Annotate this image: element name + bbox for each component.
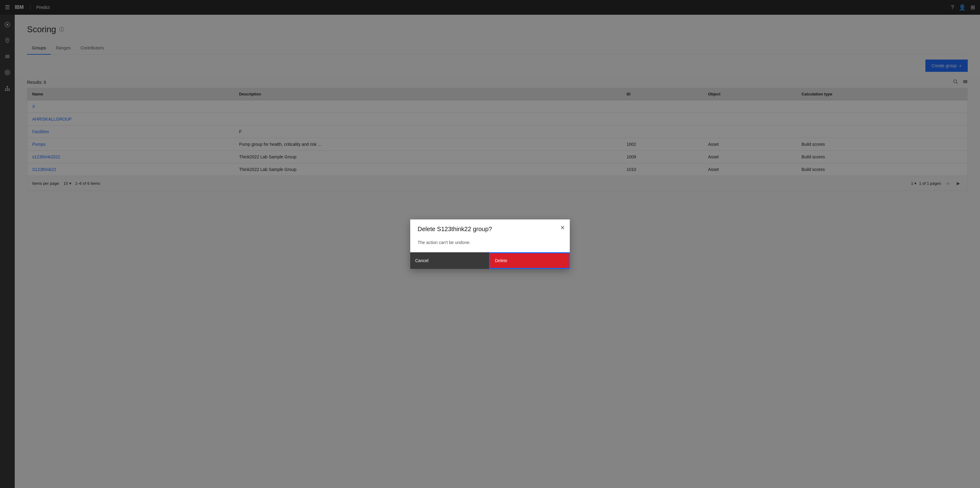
modal-delete-button[interactable]: Delete [489,252,570,269]
modal-close-button[interactable]: ✕ [560,224,565,231]
modal-overlay: Delete S123think22 group? ✕ The action c… [0,0,980,488]
modal-header: Delete S123think22 group? ✕ [410,219,570,240]
modal-title: Delete S123think22 group? [418,226,555,233]
modal-body-text: The action can't be undone. [410,240,570,245]
delete-modal: Delete S123think22 group? ✕ The action c… [410,219,570,269]
modal-cancel-button[interactable]: Cancel [410,252,489,269]
modal-footer: Cancel Delete [410,252,570,269]
